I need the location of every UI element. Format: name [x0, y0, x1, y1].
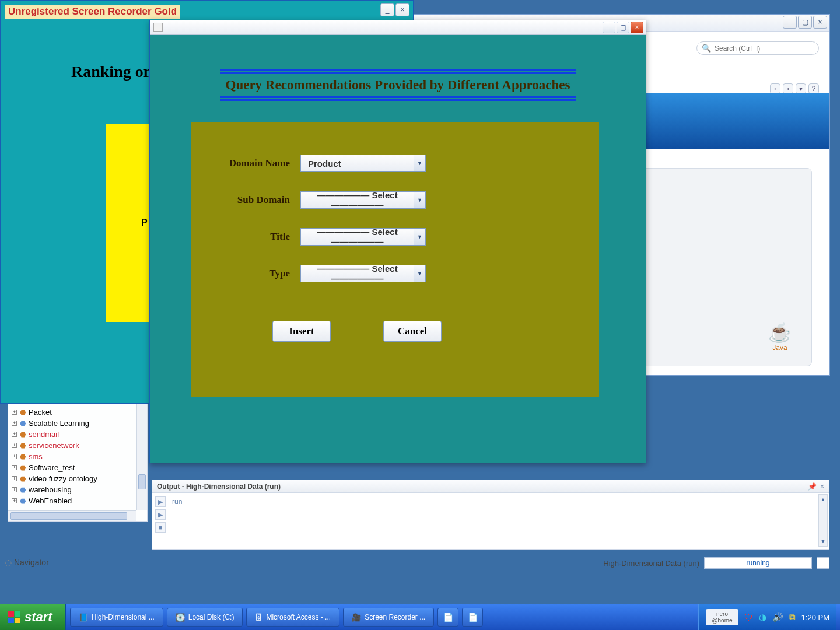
taskbar-app-icon: 💽: [176, 613, 185, 622]
start-button[interactable]: start: [0, 604, 66, 630]
ide-search-input[interactable]: [715, 44, 814, 52]
select-subdomain[interactable]: —————— Select —————— ▼: [300, 191, 426, 209]
expand-icon[interactable]: +: [12, 443, 17, 448]
folder-icon: ⬣: [20, 430, 26, 439]
dialog-minimize-button[interactable]: _: [603, 22, 615, 33]
close-icon[interactable]: ×: [820, 482, 824, 491]
tree-item-label: warehousing: [29, 485, 72, 494]
volume-icon[interactable]: 🔊: [772, 612, 783, 622]
system-tray[interactable]: nero @home 🛡 ◑ 🔊 ⧉ 1:20 PM: [698, 604, 836, 630]
tree-item[interactable]: +⬣video fuzzy ontology: [12, 473, 144, 484]
tree-item[interactable]: +⬣Scalable Learning: [12, 418, 144, 429]
ide-minimize-button[interactable]: _: [783, 16, 797, 29]
cancel-button[interactable]: Cancel: [383, 321, 442, 342]
select-domain[interactable]: Product ▼: [300, 155, 426, 172]
taskbar-item[interactable]: 🎥Screen Recorder ...: [343, 608, 434, 626]
ide-pager: ‹ › ▾ ?: [770, 83, 819, 94]
scroll-down-icon[interactable]: ▼: [819, 537, 827, 546]
tree-item[interactable]: +⬣WebEnabled: [12, 495, 144, 506]
expand-icon[interactable]: +: [12, 498, 17, 503]
expand-icon[interactable]: +: [12, 421, 17, 426]
chevron-down-icon[interactable]: ▼: [414, 229, 425, 245]
tree-item[interactable]: +⬣Software_test: [12, 462, 144, 473]
tray-clock[interactable]: 1:20 PM: [802, 613, 830, 622]
ide-close-button[interactable]: ×: [813, 16, 827, 29]
scroll-thumb[interactable]: [138, 474, 146, 489]
scroll-up-icon[interactable]: ▲: [819, 495, 827, 504]
tree-item-label: WebEnabled: [29, 496, 72, 505]
taskbar-app-icon: 🎥: [352, 613, 361, 622]
insert-button[interactable]: Insert: [272, 321, 331, 342]
output-header[interactable]: Output - High-Dimensional Data (run) 📌 ×: [152, 480, 829, 493]
dialog-maximize-button[interactable]: ▢: [617, 22, 629, 33]
pager-help-icon[interactable]: ?: [808, 83, 819, 94]
dialog-header: Query Recommendations Provided by Differ…: [220, 68, 576, 102]
select-domain-value: Product: [301, 159, 414, 169]
taskbar: start 📘High-Dimensional ...💽Local Disk (…: [0, 604, 840, 630]
ide-maximize-button[interactable]: ▢: [798, 16, 812, 29]
pager-next-icon[interactable]: ›: [783, 83, 793, 94]
taskbar-doc-icon[interactable]: 📄: [462, 608, 483, 626]
expand-icon[interactable]: +: [12, 410, 17, 415]
chevron-down-icon[interactable]: ▼: [414, 155, 425, 172]
network-icon[interactable]: ⧉: [789, 612, 796, 622]
shield-icon[interactable]: 🛡: [744, 612, 753, 622]
folder-icon: ⬣: [20, 408, 26, 416]
dialog-titlebar[interactable]: _ ▢ ×: [150, 20, 646, 35]
select-type[interactable]: —————— Select —————— ▼: [300, 265, 426, 282]
tree-item[interactable]: +⬣sms: [12, 451, 144, 462]
folder-icon: ⬣: [20, 442, 26, 450]
tree-scrollbar-vertical[interactable]: [136, 404, 147, 510]
browser-close-button[interactable]: ×: [396, 4, 410, 16]
expand-icon[interactable]: +: [12, 487, 17, 492]
folder-icon: ⬣: [20, 419, 26, 428]
chevron-down-icon[interactable]: ▼: [414, 192, 425, 208]
taskbar-app-icon: 📘: [79, 613, 88, 622]
taskbar-item[interactable]: 📘High-Dimensional ...: [70, 608, 163, 626]
select-title[interactable]: —————— Select —————— ▼: [300, 228, 426, 246]
status-progress-field: [704, 557, 812, 569]
browser-recorder-overlay: Unregistered Screen Recorder Gold: [5, 5, 180, 19]
label-domain: Domain Name: [214, 158, 290, 169]
taskbar-item[interactable]: 💽Local Disk (C:): [167, 608, 243, 626]
tree-item-label: Software_test: [29, 463, 75, 472]
pin-icon[interactable]: 📌: [808, 482, 817, 491]
browser-yellow-label: P: [141, 218, 148, 228]
tree-item-label: Scalable Learning: [29, 419, 89, 428]
dialog-close-button[interactable]: ×: [631, 22, 643, 33]
tree-item[interactable]: +⬣warehousing: [12, 484, 144, 495]
run-icon[interactable]: ▶: [155, 496, 166, 507]
tree-item[interactable]: +⬣sendmail: [12, 429, 144, 440]
expand-icon[interactable]: +: [12, 465, 17, 470]
pager-menu-icon[interactable]: ▾: [796, 83, 806, 94]
ide-search-box[interactable]: 🔍: [696, 41, 819, 55]
folder-icon: ⬣: [20, 464, 26, 472]
taskbar-item[interactable]: 🗄Microsoft Access - ...: [246, 608, 340, 626]
label-type: Type: [214, 268, 290, 279]
expand-icon[interactable]: +: [12, 432, 17, 437]
chevron-down-icon[interactable]: ▼: [414, 265, 425, 282]
tray-nero-pill[interactable]: nero @home: [706, 609, 738, 625]
tree-scrollbar-horizontal[interactable]: [8, 510, 136, 521]
stop-icon[interactable]: ■: [155, 522, 166, 533]
taskbar-doc-icon[interactable]: 📄: [438, 608, 459, 626]
taskbar-app-icon: 🗄: [255, 613, 262, 622]
row-type: Type —————— Select —————— ▼: [214, 265, 426, 282]
page-title: Ranking on: [71, 62, 152, 81]
scroll-thumb[interactable]: [10, 512, 127, 520]
project-tree[interactable]: +⬣Packet+⬣Scalable Learning+⬣sendmail+⬣s…: [8, 404, 148, 522]
run-icon[interactable]: ▶: [155, 509, 166, 520]
select-title-value: —————— Select ——————: [301, 227, 414, 247]
browser-minimize-button[interactable]: _: [380, 4, 394, 16]
expand-icon[interactable]: +: [12, 454, 17, 459]
expand-icon[interactable]: +: [12, 476, 17, 481]
tray-icon[interactable]: ◑: [759, 612, 766, 622]
navigator-tab[interactable]: Navigator: [5, 558, 49, 567]
tree-item[interactable]: +⬣Packet: [12, 407, 144, 418]
tree-item[interactable]: +⬣servicenetwork: [12, 440, 144, 451]
windows-logo-icon: [8, 611, 20, 623]
pager-prev-icon[interactable]: ‹: [770, 83, 780, 94]
output-body: run: [169, 495, 818, 547]
java-logo-label: Java: [768, 344, 792, 352]
output-scrollbar[interactable]: ▲ ▼: [818, 494, 828, 547]
